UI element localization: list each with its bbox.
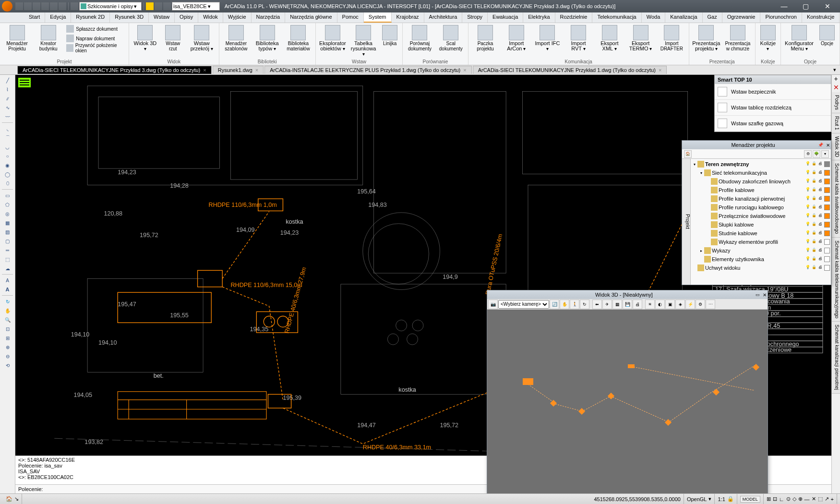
sb-snap2[interactable]: ⊡ [773,496,777,502]
v3d-plane-icon[interactable]: ✈ [602,300,612,309]
flatten-doc-button[interactable]: Spłaszcz dokument [64,24,127,34]
ribbon-tab-krajobraz[interactable]: Krajobraz [392,12,424,23]
vis-bulb-icon[interactable]: 💡 [805,222,811,228]
tree-expand-icon[interactable]: ▾ [698,171,704,175]
tree-row[interactable]: Uchwyt widoku💡🔒🖨 [692,264,830,272]
sb-snap6[interactable]: ⊕ [798,496,803,502]
command-combo[interactable]: isa_VEB28CE▾ [172,2,220,11]
doc-tab[interactable]: Rysunek1.dwg× [213,66,264,74]
lock-icon[interactable]: 🔒 [811,213,817,219]
tool-circle2[interactable]: ◉ [1,161,14,169]
print-icon[interactable]: 🖨 [817,196,823,202]
v3d-shadow-icon[interactable]: ◐ [655,300,665,309]
print-icon[interactable]: 🖨 [817,265,823,271]
vis-bulb-icon[interactable]: 💡 [805,170,811,176]
tree-row[interactable]: Profile rurociągu kablowego💡🔒🖨 [692,203,830,212]
import-ifc-button[interactable]: Import IFC ▾ [532,24,563,52]
ribbon-tab-woda[interactable]: Woda [642,12,666,23]
tree-row[interactable]: ▾Sieć telekomunikacyjna💡🔒🖨 [692,168,830,177]
lock-icon[interactable]: 🔒 [811,239,817,245]
vis-bulb-icon[interactable]: 💡 [805,239,811,245]
print-icon[interactable]: 🖨 [817,222,823,228]
insert-section-button[interactable]: Wstaw przekrój ▾ [187,24,217,52]
print-icon[interactable]: 🖨 [817,204,823,210]
vtab-rzut1[interactable]: Rzut 1 [832,113,840,133]
tool-rectangle[interactable]: ▭ [1,191,14,200]
template-manager-button[interactable]: Menadżer szablonów [221,24,252,52]
tree-row[interactable]: Przełącznice światłowodowe💡🔒🖨 [692,212,830,220]
color-swatch[interactable] [824,204,830,210]
tree-row[interactable]: Studnie kablowe💡🔒🖨 [692,229,830,238]
pm-tree-icon[interactable]: 🌳 [813,150,820,158]
tool-refresh[interactable]: ↻ [1,297,14,306]
vis-bulb-icon[interactable]: 💡 [805,161,811,167]
v3d-sun-icon[interactable]: ☀ [645,300,655,309]
tool-zoom-in[interactable]: ⊕ [1,343,14,351]
lock-icon[interactable]: 🔒 [811,196,817,202]
lock-icon[interactable]: 🔒 [811,161,817,167]
lock-icon[interactable]: 🔒 [811,170,817,176]
doc-tab-close-icon[interactable]: × [203,67,206,73]
pm-home-icon[interactable]: 🏠 [684,150,692,158]
lock-icon[interactable]: 🔒 [811,265,817,271]
vis-bulb-icon[interactable]: 💡 [805,230,811,236]
tool-text[interactable]: A [1,276,14,285]
print-icon[interactable]: 🖨 [817,161,823,167]
vtab-widok3d[interactable]: Widok 3D [832,133,840,160]
pm-tree[interactable]: ▾Teren zewnętrzny💡🔒🖨▾Sieć telekomunikacy… [691,159,831,285]
color-swatch[interactable] [824,230,830,236]
tool-wipeout[interactable]: ⬚ [1,255,14,264]
compare-docs-button[interactable]: Porównaj dokumenty [405,24,435,52]
tool-hatch[interactable]: ▦ [1,218,14,227]
insert-plan-button[interactable]: Wstaw rzut [160,24,186,52]
tool-multiline[interactable]: ⫽ [1,94,14,103]
lock-icon[interactable]: 🔒 [811,179,817,184]
tree-row[interactable]: Profile kanalizacji pierwotnej💡🔒🖨 [692,194,830,203]
doc-tab[interactable]: ArCADia-INSTALACJE ELEKTRYCZNE PLUS Przy… [264,66,471,74]
ribbon-tab-widok[interactable]: Widok [198,12,223,23]
v3d-shade-icon[interactable]: ◈ [675,300,685,309]
ribbon-tab-elektryka[interactable]: Elektryka [523,12,555,23]
ribbon-tab-opisy[interactable]: Opisy [175,12,198,23]
ribbon-tab-gaz[interactable]: Gaz [703,12,722,23]
color-swatch[interactable] [824,179,830,184]
restore-windows-button[interactable]: Przywróć położenie okien [64,43,127,53]
workspace-combo[interactable]: Szkicowanie i opisy▾ [79,2,142,11]
color-swatch[interactable] [824,196,830,202]
sb-scale[interactable]: 1:1 [718,496,725,502]
vis-bulb-icon[interactable]: 💡 [805,213,811,219]
color-swatch[interactable] [824,248,830,253]
tool-zoom-extents[interactable]: ⊡ [1,324,14,333]
tool-circle[interactable]: ○ [1,152,14,160]
pin-icon[interactable]: 📌 [818,143,823,147]
smart-top-item[interactable]: Wstaw bezpiecznik [715,84,831,100]
print-icon[interactable]: 🖨 [817,179,823,184]
view3d-restore-icon[interactable]: ▭ [756,292,760,297]
sb-snap9[interactable]: ⬚ [818,496,823,502]
print-icon[interactable]: 🖨 [817,187,823,193]
sb-snap10[interactable]: ↗ [825,496,829,502]
vtab-schemat-telekom[interactable]: Schemat kabla telekomunikacyjnego [832,238,840,322]
close-panel-button[interactable]: ✕ [826,143,830,148]
tool-zoom-realtime[interactable]: 🔍 [1,315,14,324]
object-explorer-button[interactable]: Eksplorator obiektów ▾ [318,24,348,52]
ribbon-tab-start[interactable]: Start [24,12,45,23]
vis-bulb-icon[interactable]: 💡 [805,256,811,262]
maximize-button[interactable]: ▢ [795,0,816,12]
tool-ellipse[interactable]: ◯ [1,170,14,179]
v3d-refresh-icon[interactable]: ↻ [580,300,589,309]
sb-arrow-icon[interactable]: ↘ [14,496,19,502]
ribbon-tab-architektura[interactable]: Architektura [424,12,463,23]
canvas-menu-icon[interactable] [18,78,31,87]
cloud-presentation-button[interactable]: Prezentacja w chmurze [722,24,753,52]
tool-cloud[interactable]: ☁ [1,264,14,273]
vtab-schemat-kanal[interactable]: Schemat kanalizacji pierwotnej [832,322,840,394]
project-manager-button[interactable]: Menadżer Projektu [2,24,32,52]
export-xml-button[interactable]: Eksport XML ▾ [594,24,624,52]
v3d-print-icon[interactable]: 🖨 [633,300,642,309]
tree-row[interactable]: Słupki kablowe💡🔒🖨 [692,220,830,229]
tool-arc3[interactable]: ◡ [1,143,14,151]
qat-bulb-icon[interactable] [155,2,162,10]
material-library-button[interactable]: Biblioteka materiałów [283,24,313,52]
sb-home-icon[interactable]: 🏠 [6,496,12,502]
